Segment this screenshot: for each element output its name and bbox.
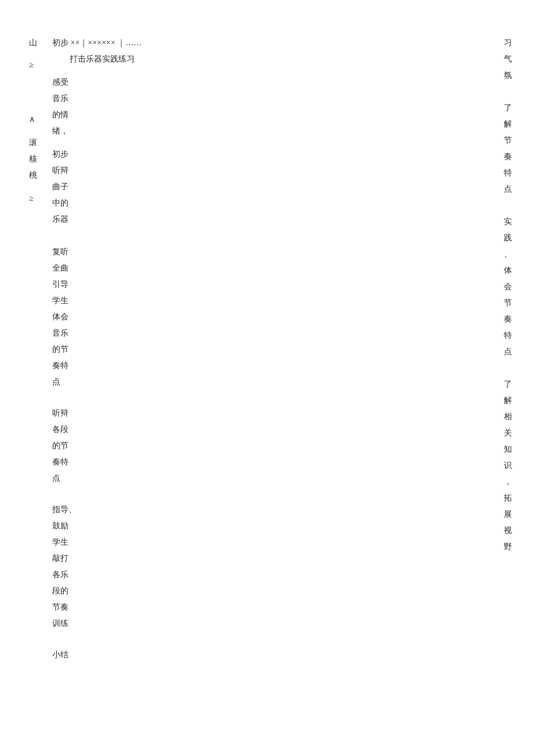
right-char-28: 视 (504, 523, 512, 539)
section-2-t3: 曲子 (52, 179, 493, 195)
section-5-t6: 段的 (52, 583, 493, 599)
right-char-2: 气 (504, 51, 512, 67)
section-3-t2: 全曲 (52, 260, 493, 276)
right-char-spacer-2 (507, 197, 509, 214)
section-2-t1: 初步 (52, 146, 493, 163)
right-char-16: 奏 (504, 311, 512, 327)
right-char-spacer-1 (507, 84, 509, 100)
left-char-4: 滚 (29, 135, 46, 151)
right-char-19: 了 (504, 376, 512, 393)
left-char-3: ∧ (29, 111, 46, 128)
section-2-t4: 中的 (52, 195, 493, 211)
right-char-15: 节 (504, 295, 512, 311)
left-char-6: 桃 (29, 167, 46, 183)
section-3-t1: 复听 (52, 244, 493, 260)
right-char-17: 特 (504, 327, 512, 344)
right-char-7: 奏 (504, 149, 512, 165)
section-1-t4: 绪， (52, 123, 493, 139)
section-2: 初步 听辩 曲子 中的 乐器 (52, 146, 493, 228)
section-5-t5: 各乐 (52, 567, 493, 583)
page: 山 ≥ ∧ 滚 核 桃 ≥ 初步 ××｜×××××× ｜…… 打击乐器实践练习 … (0, 0, 534, 756)
section-5-t3: 学生 (52, 534, 493, 550)
section-1: 感受 音乐 的情 绪， (52, 74, 493, 139)
right-char-12: 、 (504, 246, 512, 262)
section-3-t4: 学生 (52, 293, 493, 309)
section-5-t4: 敲打 (52, 550, 493, 567)
section-4: 听辩 各段 的节 奏特 点 (52, 405, 493, 487)
left-char-5: 核 (29, 151, 46, 167)
section-1-t3: 的情 (52, 107, 493, 123)
section-2-t2: 听辩 (52, 163, 493, 179)
right-char-20: 解 (504, 393, 512, 409)
left-char-7: ≥ (29, 190, 46, 207)
right-char-26: 拓 (504, 490, 512, 506)
right-char-8: 特 (504, 165, 512, 181)
right-char-11: 践 (504, 230, 512, 246)
header-nav: 初步 ××｜×××××× ｜…… (52, 35, 142, 51)
right-char-3: 氛 (504, 67, 512, 84)
left-char-2: ≥ (29, 57, 46, 73)
section-3: 复听 全曲 引导 学生 体会 音乐 的节 奏特 点 (52, 244, 493, 390)
section-6: 小结 (52, 647, 493, 663)
section-4-t5: 点 (52, 470, 493, 487)
right-char-22: 关 (504, 425, 512, 441)
header-subtitle: 打击乐器实践练习 (70, 55, 135, 63)
section-5-t8: 训练 (52, 615, 493, 632)
section-4-t1: 听辩 (52, 405, 493, 422)
section-3-t3: 引导 (52, 276, 493, 293)
section-3-t6: 音乐 (52, 325, 493, 341)
right-char-23: 知 (504, 441, 512, 458)
section-5: 指导、 鼓励 学生 敲打 各乐 段的 节奏 训练 (52, 502, 493, 632)
right-char-10: 实 (504, 214, 512, 230)
right-char-14: 会 (504, 279, 512, 295)
right-char-5: 解 (504, 116, 512, 132)
section-4-t3: 的节 (52, 438, 493, 454)
section-5-t7: 节奏 (52, 599, 493, 615)
section-3-t5: 体会 (52, 309, 493, 325)
right-char-18: 点 (504, 344, 512, 360)
section-3-t9: 点 (52, 374, 493, 390)
section-1-title: 感受 (52, 74, 493, 91)
section-1-t2: 音乐 (52, 91, 493, 107)
right-column: 习 气 氛 了 解 节 奏 特 点 实 践 、 体 会 节 奏 特 点 了 解 … (499, 35, 534, 756)
right-char-6: 节 (504, 132, 512, 149)
section-5-t1: 指导、 (52, 502, 493, 518)
right-char-13: 体 (504, 262, 512, 279)
section-6-t1: 小结 (52, 647, 493, 663)
right-char-24: 识 (504, 458, 512, 474)
section-5-t2: 鼓励 (52, 518, 493, 534)
right-char-27: 展 (504, 506, 512, 523)
right-char-spacer-3 (507, 360, 509, 376)
section-3-t8: 奏特 (52, 358, 493, 374)
right-char-4: 了 (504, 100, 512, 116)
header-block: 初步 ××｜×××××× ｜…… 打击乐器实践练习 (52, 35, 493, 67)
left-column: 山 ≥ ∧ 滚 核 桃 ≥ (0, 35, 46, 756)
section-2-t5: 乐器 (52, 211, 493, 228)
section-4-t4: 奏特 (52, 454, 493, 470)
left-char-1: 山 (29, 35, 46, 51)
section-4-t2: 各段 (52, 422, 493, 438)
right-char-25: ， (504, 474, 512, 490)
section-3-t7: 的节 (52, 341, 493, 358)
right-char-1: 习 (504, 35, 512, 51)
right-char-29: 野 (504, 539, 512, 555)
right-char-9: 点 (504, 181, 512, 197)
right-char-21: 相 (504, 409, 512, 425)
center-column: 初步 ××｜×××××× ｜…… 打击乐器实践练习 感受 音乐 的情 绪， 初步… (46, 35, 499, 756)
